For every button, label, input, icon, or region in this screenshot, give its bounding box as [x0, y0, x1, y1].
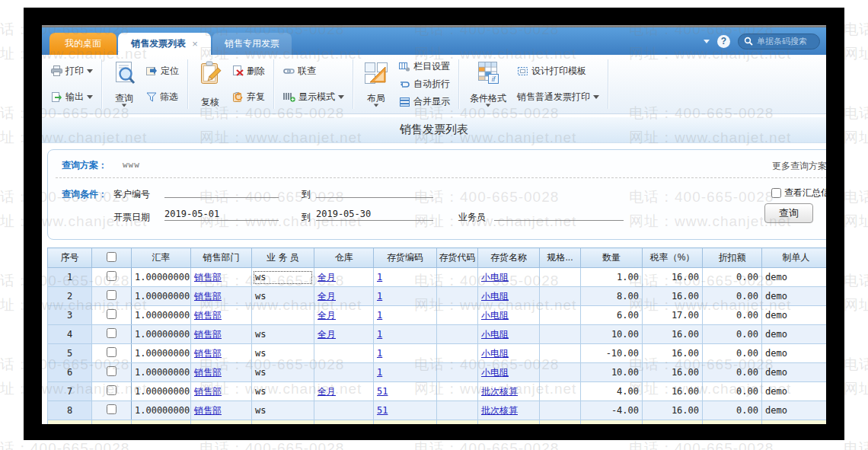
row-select-cell[interactable]	[92, 382, 132, 401]
tab-close-icon[interactable]: ×	[192, 38, 198, 49]
cell-link-dept[interactable]: 销售部	[194, 367, 222, 378]
delete-button[interactable]: 删除	[228, 62, 270, 80]
review-big-button[interactable]: 复核	[193, 58, 228, 110]
dashed-divider	[56, 177, 826, 178]
barcode-search-box[interactable]	[738, 34, 820, 49]
cell-link-name[interactable]: 小电阻	[481, 348, 509, 359]
cell-link-warehouse[interactable]: 全月	[318, 291, 336, 302]
row-checkbox[interactable]	[107, 404, 116, 414]
date-to-input[interactable]	[316, 208, 433, 221]
cell-link-code[interactable]: 1	[377, 348, 382, 359]
cell-warehouse	[314, 363, 374, 382]
cell-link-name[interactable]: 小电阻	[481, 329, 509, 340]
cell-tax: 16.00	[643, 363, 703, 382]
tab-sales-special-invoice[interactable]: 销售专用发票	[212, 33, 292, 55]
cell-link-dept[interactable]: 销售部	[194, 329, 222, 340]
cell-link-dept[interactable]: 销售部	[194, 291, 222, 302]
cell-link-warehouse[interactable]: 全月	[318, 310, 336, 321]
search-input[interactable]	[757, 37, 816, 46]
cell-link-name[interactable]: 小电阻	[481, 367, 509, 378]
cell-link-name[interactable]: 批次核算	[481, 405, 518, 416]
cell-link-dept[interactable]: 销售部	[194, 348, 222, 359]
header-select-all[interactable]	[92, 248, 132, 268]
link-query-button[interactable]: 联查	[279, 62, 349, 80]
cell-spec	[540, 306, 581, 325]
design-print-template-button[interactable]: 设计打印模板	[512, 62, 604, 80]
locate-button[interactable]: 定位	[142, 62, 183, 80]
cell-link-name[interactable]: 小电阻	[481, 291, 509, 302]
dropdown-caret	[593, 95, 599, 99]
cell-tax: 16.00	[643, 287, 703, 306]
cell-link-code[interactable]: 1	[377, 272, 382, 282]
conditional-format-big-button[interactable]: if 条件格式	[464, 58, 512, 110]
help-icon[interactable]: ?	[717, 35, 730, 48]
cell-link-warehouse[interactable]: 全月	[318, 272, 336, 282]
row-checkbox[interactable]	[107, 347, 116, 357]
cell-salesman: ws	[252, 287, 314, 306]
cell-qty: 10.00	[581, 325, 643, 344]
focused-cell[interactable]: ws	[253, 270, 313, 285]
column-settings-button[interactable]: 栏目设置	[394, 58, 455, 75]
cell-link-name[interactable]: 小电阻	[481, 310, 509, 321]
cell-salesman: ws	[252, 325, 314, 344]
row-select-cell[interactable]	[92, 401, 132, 420]
cell-rate: 1.00000000	[132, 287, 191, 306]
display-mode-button[interactable]: 显示模式	[279, 88, 349, 106]
cell-link-code[interactable]: 1	[377, 329, 382, 340]
cell-link-name[interactable]: 批次核算	[481, 386, 518, 397]
cell-spec	[540, 382, 581, 401]
cell-link-dept[interactable]: 销售部	[194, 272, 222, 282]
customer-to-input[interactable]	[316, 185, 433, 198]
row-select-cell[interactable]	[92, 268, 132, 287]
abandon-review-button[interactable]: 弃复	[228, 88, 270, 106]
cell-qty: 4.00	[581, 382, 643, 401]
summary-checkbox-input[interactable]	[771, 188, 781, 198]
row-checkbox[interactable]	[107, 290, 116, 300]
cell-link-dept[interactable]: 销售部	[194, 310, 222, 321]
view-summary-checkbox[interactable]: 查看汇总信息	[771, 187, 826, 199]
row-select-cell[interactable]	[92, 325, 132, 344]
column-header: 汇率	[132, 248, 191, 268]
salesman-input[interactable]	[494, 208, 624, 221]
cell-link-warehouse[interactable]: 全月	[318, 386, 336, 397]
sales-invoice-print-button[interactable]: 销售普通发票打印	[512, 88, 604, 106]
select-all-checkbox[interactable]	[107, 252, 116, 262]
cell-link-code[interactable]: 51	[377, 405, 388, 416]
customer-from-input[interactable]	[164, 185, 279, 198]
cell-link-dept[interactable]: 销售部	[194, 386, 222, 397]
layout-big-button[interactable]: 布局	[358, 58, 394, 110]
export-button[interactable]: 输出	[46, 88, 97, 106]
auto-wrap-button[interactable]: 自动折行	[394, 75, 455, 93]
merge-display-button[interactable]: 合并显示	[394, 93, 455, 110]
cell-link-code[interactable]: 1	[377, 310, 382, 321]
date-from-input[interactable]	[164, 208, 279, 221]
row-select-cell[interactable]	[92, 287, 132, 306]
cell-link-warehouse[interactable]: 全月	[318, 329, 336, 340]
filter-button[interactable]: 筛选	[142, 88, 183, 106]
cell-link-dept[interactable]: 销售部	[194, 405, 222, 416]
tab-sales-invoice-list[interactable]: 销售发票列表 ×	[118, 33, 211, 55]
row-select-cell[interactable]	[92, 344, 132, 363]
cell-link-code[interactable]: 51	[377, 386, 388, 397]
page-title: 销售发票列表	[400, 123, 468, 137]
row-checkbox[interactable]	[107, 309, 116, 319]
row-checkbox[interactable]	[107, 271, 116, 281]
row-checkbox[interactable]	[107, 328, 116, 338]
cell-link-code[interactable]: 1	[377, 291, 382, 302]
dropdown-caret	[338, 95, 344, 99]
row-select-cell[interactable]	[92, 363, 132, 382]
tab-my-desktop[interactable]: 我的桌面	[49, 33, 116, 55]
more-query-schemes-link[interactable]: 更多查询方案	[772, 160, 826, 173]
row-select-cell[interactable]	[92, 306, 132, 325]
chevron-down-icon[interactable]	[704, 40, 710, 43]
cell-salesman: ws	[252, 401, 314, 420]
cell-link-code[interactable]: 1	[377, 367, 382, 378]
cell-rate: 1.00000000	[132, 268, 191, 287]
row-checkbox[interactable]	[107, 385, 116, 395]
query-big-button[interactable]: 查询	[107, 58, 142, 110]
print-button[interactable]: 打印	[46, 62, 97, 80]
query-submit-button[interactable]: 查询	[764, 203, 813, 223]
cell-link-name[interactable]: 小电阻	[481, 272, 509, 282]
cell-creator: demo	[762, 325, 827, 344]
row-checkbox[interactable]	[107, 366, 116, 376]
